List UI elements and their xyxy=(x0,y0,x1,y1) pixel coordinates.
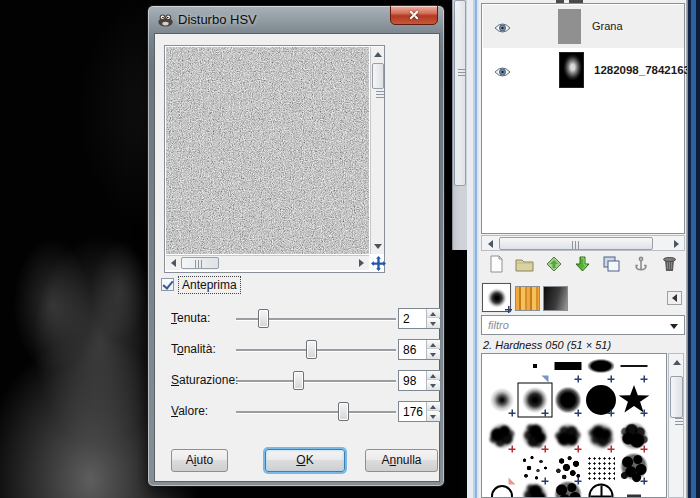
layers-horizontal-scrollbar[interactable] xyxy=(481,235,685,251)
slider-thumb[interactable] xyxy=(306,340,317,359)
spin-up-button[interactable] xyxy=(427,340,440,349)
spin-down-button[interactable] xyxy=(427,319,440,328)
value-spinbox[interactable]: 176 xyxy=(398,401,440,422)
scroll-down-button[interactable] xyxy=(372,240,384,253)
layer-row-photo[interactable]: 1282098_78421630 xyxy=(483,48,684,104)
brush-diag[interactable] xyxy=(481,450,482,463)
tab-brushes[interactable] xyxy=(482,283,511,312)
value-spinbox[interactable]: 2 xyxy=(398,308,440,329)
scroll-up-button[interactable] xyxy=(670,355,683,369)
scroll-up-button[interactable] xyxy=(372,48,384,61)
layer-name[interactable]: 1282098_78421630 xyxy=(594,64,696,76)
spin-down-button[interactable] xyxy=(427,350,440,359)
scrollbar-thumb[interactable] xyxy=(499,237,653,250)
brush-marker-plus-navy xyxy=(641,478,648,485)
arrow-right-icon xyxy=(674,240,679,248)
brush-preview-icon xyxy=(487,288,507,308)
preview-checkbox-label[interactable]: Anteprima xyxy=(179,277,240,293)
brush-ellipse[interactable] xyxy=(588,359,615,373)
wilber-app-icon xyxy=(157,13,174,31)
help-button[interactable]: Aiuto xyxy=(171,449,228,472)
scroll-right-button[interactable] xyxy=(669,237,683,250)
slider-label: Tenuta: xyxy=(171,311,210,325)
preview-vertical-scrollbar[interactable] xyxy=(370,47,384,254)
spin-down-button[interactable] xyxy=(427,412,440,421)
move-cursor-icon[interactable] xyxy=(371,256,385,270)
spin-down-button[interactable] xyxy=(427,381,440,390)
brush-marker-tri-red xyxy=(509,478,516,485)
brush-filter-combo[interactable]: filtro xyxy=(481,315,685,335)
tab-patterns[interactable] xyxy=(515,286,540,311)
layer-row-grana[interactable]: Grana xyxy=(483,5,684,48)
ok-button[interactable]: OK xyxy=(265,449,345,472)
visibility-eye-icon[interactable] xyxy=(494,20,511,38)
spin-up-button[interactable] xyxy=(427,371,440,380)
layers-list: Grana 1282098_78421630 xyxy=(481,3,685,234)
slider-track[interactable] xyxy=(236,318,396,320)
tab-menu-button[interactable] xyxy=(667,291,682,305)
slider-thumb[interactable] xyxy=(258,309,269,328)
new-layer-group-button[interactable] xyxy=(510,252,539,276)
value-spinbox[interactable]: 86 xyxy=(398,339,440,360)
brush-dotgrid[interactable] xyxy=(587,456,615,480)
layer-name[interactable]: Grana xyxy=(592,20,623,32)
brush-dense[interactable] xyxy=(552,481,584,498)
brush-blob[interactable] xyxy=(518,478,551,498)
scrollbar-thumb[interactable] xyxy=(372,63,384,89)
spin-buttons xyxy=(426,402,439,421)
raise-layer-button[interactable] xyxy=(539,252,568,276)
preview-checkbox[interactable] xyxy=(161,278,174,291)
tab-gradients[interactable] xyxy=(543,286,568,311)
noise-preview-frame xyxy=(164,45,385,273)
brush-globe[interactable] xyxy=(589,484,614,498)
scrollbar-thumb[interactable] xyxy=(670,376,683,418)
slider-track[interactable] xyxy=(236,349,396,351)
lower-layer-button[interactable] xyxy=(568,252,597,276)
brush-marker-plus-red xyxy=(509,446,516,453)
slider-thumb[interactable] xyxy=(338,402,349,421)
canvas-vertical-scrollbar[interactable] xyxy=(452,0,467,250)
slider-track[interactable] xyxy=(236,380,396,382)
visibility-eye-icon[interactable] xyxy=(494,64,511,82)
dock-window-left-edge xyxy=(467,0,479,498)
close-button[interactable] xyxy=(390,5,438,25)
preview-horizontal-scrollbar[interactable] xyxy=(166,255,369,270)
spinbox-value[interactable]: 2 xyxy=(403,312,410,326)
grip-icon xyxy=(572,241,581,249)
cancel-button[interactable]: Annulla xyxy=(365,449,438,472)
spin-up-button[interactable] xyxy=(427,402,440,411)
anchor-layer-button[interactable] xyxy=(626,252,655,276)
brush-marker-plus-red xyxy=(575,446,582,453)
brush-hline[interactable] xyxy=(621,365,648,367)
hsv-noise-dialog: Disturbo HSV xyxy=(147,5,445,487)
duplicate-layer-button[interactable] xyxy=(597,252,626,276)
brush-dot-tiny[interactable] xyxy=(533,364,537,368)
brush-marker-plus-red xyxy=(542,446,549,453)
spin-up-button[interactable] xyxy=(427,309,440,318)
noise-preview-image[interactable] xyxy=(166,47,369,254)
scroll-right-button[interactable] xyxy=(355,257,368,269)
layer-thumbnail[interactable] xyxy=(559,52,584,88)
scrollbar-thumb[interactable] xyxy=(454,0,466,186)
dialog-titlebar[interactable]: Disturbo HSV xyxy=(148,6,444,33)
brush-ring[interactable] xyxy=(491,485,513,498)
selected-brush-info: 2. Hardness 050 (51 × 51) xyxy=(483,339,611,351)
slider-thumb[interactable] xyxy=(293,371,304,390)
scroll-left-button[interactable] xyxy=(167,257,180,269)
layers-toolbar xyxy=(481,252,685,276)
brush-dash[interactable] xyxy=(627,495,641,498)
brush-bar[interactable] xyxy=(555,362,582,370)
spin-buttons xyxy=(426,309,439,328)
slider-track[interactable] xyxy=(236,411,396,413)
scroll-left-button[interactable] xyxy=(483,237,497,250)
spinbox-value[interactable]: 176 xyxy=(403,405,423,419)
delete-layer-button[interactable] xyxy=(655,252,684,276)
pipe-plus-icon xyxy=(505,306,512,313)
brushes-vertical-scrollbar[interactable] xyxy=(668,353,684,498)
new-layer-button[interactable] xyxy=(481,252,510,276)
grip-icon xyxy=(195,260,204,268)
spinbox-value[interactable]: 98 xyxy=(403,374,416,388)
layer-thumbnail[interactable] xyxy=(558,9,581,44)
spinbox-value[interactable]: 86 xyxy=(403,343,416,357)
value-spinbox[interactable]: 98 xyxy=(398,370,440,391)
